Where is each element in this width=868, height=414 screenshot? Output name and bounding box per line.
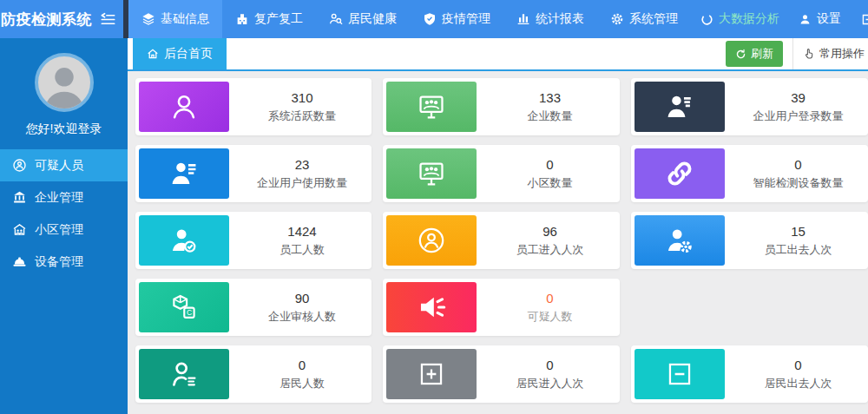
stat-card-icon-box: C [139, 282, 229, 332]
stat-value: 0 [299, 358, 306, 372]
sidebar-item-community-mgmt[interactable]: 小区管理 [0, 214, 128, 246]
top-navbar: 防疫检测系统 基础信息复产复工居民健康疫情管理统计报表系统管理 大数据分析设置退 [0, 0, 868, 38]
stat-card-text: 96员工进入人次 [480, 212, 620, 269]
avatar-wrap [0, 38, 128, 112]
avatar [35, 53, 94, 112]
stats-card-grid: 310系统活跃数量133企业数量39企业用户登录数量23企业用户使用数量0小区数… [128, 71, 868, 403]
home-icon [147, 48, 159, 60]
stat-card-enterprise-review-count: C90企业审核人数 [135, 279, 372, 336]
user-badge-icon [665, 92, 694, 122]
nav-item-resident-health[interactable]: 居民健康 [316, 0, 410, 38]
stat-card-text: 0居民人数 [233, 345, 372, 403]
nav-item-label: 统计报表 [536, 11, 584, 27]
stat-label: 系统活跃数量 [268, 108, 336, 124]
app-title: 防疫检测系统 [1, 10, 92, 30]
nav-right-menu: 大数据分析设置退 [691, 0, 868, 38]
stat-card-text: 1424员工人数 [233, 212, 372, 269]
cubes-icon: C [169, 292, 199, 322]
stat-card-enterprise-user-login-count: 39企业用户登录数量 [631, 78, 868, 135]
tab-label: 后台首页 [164, 46, 213, 62]
minus-box-icon [665, 359, 694, 389]
nav-item-label: 基础信息 [161, 11, 209, 27]
stat-card-icon-box [139, 82, 229, 132]
stat-card-icon-box [635, 148, 725, 199]
stat-card-text: 0智能检测设备数量 [728, 145, 868, 202]
nav-item-system-mgmt[interactable]: 系统管理 [597, 0, 691, 38]
stat-value: 1424 [287, 224, 316, 239]
nav-item-big-data-analysis[interactable]: 大数据分析 [691, 0, 789, 38]
nav-item-resume-work[interactable]: 复产复工 [222, 0, 316, 38]
welcome-text: 您好!欢迎登录 [0, 122, 128, 137]
stat-card-text: 310系统活跃数量 [233, 78, 372, 135]
tabbar-actions: 刷新 常用操作 [726, 38, 868, 69]
stat-card-icon-box [386, 148, 477, 199]
stat-card-icon-box [386, 215, 477, 266]
sidebar-item-suspicious-person[interactable]: 可疑人员 [0, 149, 128, 181]
refresh-button[interactable]: 刷新 [726, 41, 783, 67]
tab-backend-home[interactable]: 后台首页 [133, 38, 227, 69]
refresh-icon [735, 49, 746, 60]
target-person-icon [12, 158, 27, 173]
stat-label: 居民人数 [279, 376, 325, 391]
layers-icon [141, 12, 155, 26]
person-silhouette-icon [40, 60, 89, 108]
stat-card-enterprise-user-usage-count: 23企业用户使用数量 [135, 145, 372, 202]
stat-value: 310 [291, 90, 312, 105]
stat-card-suspicious-count: 0可疑人数 [383, 279, 620, 336]
stat-label: 智能检测设备数量 [753, 175, 844, 191]
common-operations-label: 常用操作 [819, 46, 865, 62]
stat-card-text: 23企业用户使用数量 [233, 145, 372, 202]
stat-card-text: 90企业审核人数 [233, 279, 372, 336]
stat-value: 0 [794, 157, 801, 172]
stat-label: 员工出去人次 [765, 242, 832, 258]
stat-value: 23 [295, 157, 310, 172]
stat-card-icon-box [139, 215, 229, 266]
stat-value: 0 [546, 157, 553, 172]
tab-bar: 后台首页 刷新 常用操作 [128, 38, 868, 71]
nav-item-settings[interactable]: 设置 [789, 0, 851, 38]
speaker-icon [417, 292, 446, 322]
stat-label: 员工进入人次 [516, 242, 584, 258]
stat-card-resident-enter-count: 0居民进入人次 [383, 345, 620, 403]
stat-card-icon-box [139, 349, 229, 399]
sidebar-item-label: 小区管理 [35, 222, 83, 238]
nav-item-label: 复产复工 [254, 11, 303, 27]
svg-text:C: C [187, 308, 192, 317]
main-content: 后台首页 刷新 常用操作 310系统活跃数量133企业数量3 [128, 38, 868, 414]
stat-label: 企业审核人数 [268, 309, 336, 325]
stat-value: 39 [791, 90, 806, 105]
stat-card-enterprise-count: 133企业数量 [383, 78, 620, 135]
nav-item-label: 居民健康 [348, 11, 397, 27]
refresh-label: 刷新 [751, 46, 773, 62]
monitor-users-icon [417, 92, 446, 122]
sidebar-item-device-mgmt[interactable]: 设备管理 [0, 246, 128, 278]
stat-card-icon-box [386, 282, 477, 332]
nav-item-basic-info[interactable]: 基础信息 [128, 0, 222, 38]
nav-item-logout[interactable]: 退 [851, 0, 868, 38]
user-check-icon [169, 226, 199, 255]
stat-value: 0 [546, 291, 553, 306]
empty-card-slot [631, 279, 868, 336]
stat-card-employee-exit-count: 15员工出去人次 [631, 212, 868, 269]
common-operations-button[interactable]: 常用操作 [792, 38, 868, 69]
plus-box-icon [417, 359, 446, 389]
stat-card-resident-exit-count: 0居民出去人次 [631, 345, 868, 403]
stat-value: 133 [539, 90, 561, 105]
user-lines-icon [169, 359, 199, 389]
user-circle-icon [417, 226, 446, 255]
user-gear-icon [665, 226, 694, 255]
community-icon [12, 222, 27, 237]
nav-item-epidemic-mgmt[interactable]: 疫情管理 [410, 0, 503, 38]
stat-label: 企业用户登录数量 [753, 108, 844, 124]
sidebar-item-label: 可疑人员 [35, 158, 83, 174]
device-icon [12, 254, 27, 269]
stat-card-icon-box [635, 215, 725, 266]
nav-item-label: 疫情管理 [442, 11, 490, 27]
nav-item-stats-report[interactable]: 统计报表 [503, 0, 597, 38]
stat-card-icon-box [635, 349, 725, 399]
sidebar-item-enterprise-mgmt[interactable]: 企业管理 [0, 181, 128, 214]
stat-label: 员工人数 [279, 242, 325, 258]
stat-card-text: 0可疑人数 [480, 279, 620, 336]
stat-label: 企业用户使用数量 [257, 175, 347, 191]
collapse-sidebar-icon[interactable] [100, 11, 116, 28]
